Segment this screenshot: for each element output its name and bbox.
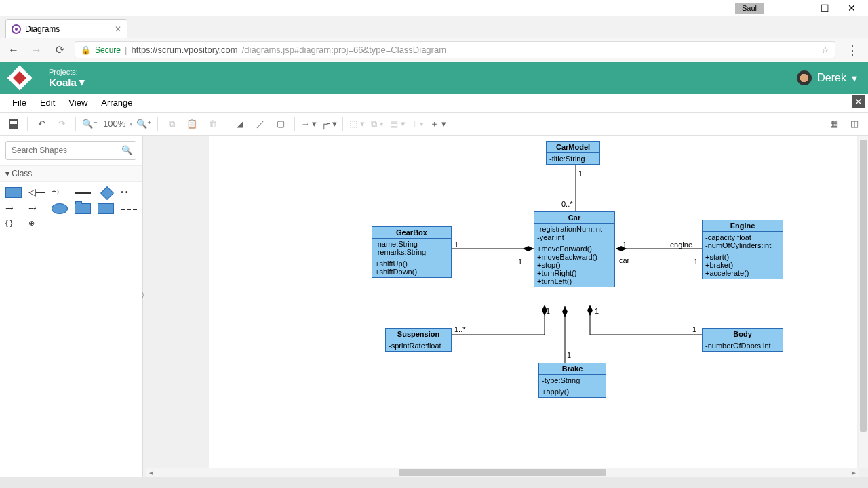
format-panel-button[interactable]: ◫ — [845, 115, 864, 134]
sidebar: 🔍 ▾ Class ◁— ⤳ ⊶ ⤍ ⤏ { } ⊕ — [0, 136, 142, 477]
shape-palette: ◁— ⤳ ⊶ ⤍ ⤏ { } ⊕ — [0, 182, 142, 235]
window-maximize-button[interactable]: ☐ — [811, 1, 838, 16]
line-color-button[interactable]: ／ — [251, 115, 270, 134]
menu-view[interactable]: View — [62, 95, 94, 110]
menu-arrange[interactable]: Arrange — [94, 95, 139, 110]
class-attr: -name:String — [375, 240, 448, 248]
app-logo-icon[interactable] — [7, 66, 33, 91]
class-attr: -type:String — [539, 375, 606, 386]
app-header: Projects: Koala ▾ Derek ▾ — [0, 62, 868, 94]
paste-button[interactable]: 📋 — [182, 115, 201, 134]
scroll-left-arrow[interactable]: ◄ — [146, 469, 156, 476]
class-carmodel[interactable]: CarModel -title:String — [546, 141, 600, 165]
scroll-thumb[interactable] — [860, 140, 867, 432]
nav-forward-button[interactable]: → — [28, 42, 45, 58]
avatar — [797, 70, 812, 85]
shape-constraint[interactable]: { } — [5, 218, 24, 229]
class-name: Car — [534, 212, 614, 224]
zoom-out-button[interactable]: 🔍⁻ — [80, 115, 99, 134]
waypoint-style-button[interactable]: ┌╴▾ — [319, 115, 338, 134]
nav-back-button[interactable]: ← — [5, 42, 22, 58]
scroll-thumb[interactable] — [399, 469, 607, 476]
class-op: +moveForward() — [537, 245, 612, 253]
class-car[interactable]: Car -registrationNum:int -year:int +move… — [534, 211, 615, 287]
shape-nary[interactable] — [52, 203, 68, 214]
shape-association[interactable] — [75, 192, 91, 194]
delete-button[interactable]: 🗑 — [203, 115, 222, 134]
diagram-canvas[interactable]: CarModel -title:String Car -registration… — [209, 136, 857, 468]
menu-file[interactable]: File — [5, 95, 33, 110]
class-suspension[interactable]: Suspension -sprintRate:float — [385, 328, 452, 352]
shadow-button[interactable]: ▢ — [271, 115, 290, 134]
shape-interface[interactable] — [100, 186, 114, 200]
save-button[interactable] — [4, 115, 23, 134]
class-attr: -numOfCylinders:int — [705, 241, 780, 249]
zoom-level[interactable]: 100% — [100, 119, 128, 129]
add-button[interactable]: ＋ ▾ — [429, 115, 448, 134]
project-name: Koala — [49, 77, 77, 88]
os-user-badge: Saul — [735, 3, 764, 14]
horizontal-scrollbar[interactable]: ◄ ► — [146, 468, 859, 477]
close-panel-button[interactable]: ✕ — [852, 95, 865, 108]
class-attr: -numberOfDoors:int — [703, 340, 783, 351]
undo-button[interactable]: ↶ — [32, 115, 51, 134]
outline-panel-button[interactable]: ▦ — [825, 115, 844, 134]
copy-button[interactable]: ⧉ — [162, 115, 181, 134]
chevron-down-icon[interactable]: ▾ — [130, 121, 133, 127]
zoom-in-button[interactable]: 🔍⁺ — [134, 115, 153, 134]
class-engine[interactable]: Engine -capacity:float -numOfCylinders:i… — [702, 220, 783, 279]
browser-tabstrip: Diagrams ✕ — [0, 16, 868, 38]
layer-button[interactable]: ▤ ▾ — [388, 115, 407, 134]
fill-color-button[interactable]: ◢ — [231, 115, 250, 134]
shape-usage[interactable]: ⤳ — [52, 187, 71, 198]
shape-package[interactable] — [75, 203, 91, 214]
window-close-button[interactable]: ✕ — [838, 1, 865, 16]
class-op: +brake() — [705, 261, 780, 269]
shape-generalization[interactable]: ◁— — [28, 187, 47, 198]
shape-class[interactable] — [5, 187, 22, 198]
window-minimize-button[interactable]: — — [784, 1, 811, 16]
class-attr: -title:String — [547, 153, 599, 164]
tab-close-button[interactable]: ✕ — [115, 24, 121, 34]
search-input[interactable] — [5, 141, 136, 160]
tab-title: Diagrams — [25, 24, 60, 34]
class-brake[interactable]: Brake -type:String +apply() — [538, 363, 606, 398]
svg-rect-1 — [10, 121, 17, 124]
shape-dashed[interactable] — [121, 209, 137, 210]
user-menu[interactable]: Derek ▾ — [797, 70, 857, 85]
class-attr: -year:int — [537, 233, 612, 241]
class-gearbox[interactable]: GearBox -name:String -remarks:String +sh… — [372, 226, 452, 278]
shape-dependency[interactable]: ⤍ — [5, 203, 24, 214]
shape-lollipop[interactable]: ⊶ — [121, 187, 140, 198]
class-op: +moveBackward() — [537, 253, 612, 261]
palette-section-header[interactable]: ▾ Class — [0, 165, 142, 182]
app-toolbar: ↶ ↷ 🔍⁻ 100% ▾ 🔍⁺ ⧉ 📋 🗑 ◢ ／ ▢ → ▾ ┌╴▾ ⬚ ▾… — [0, 113, 868, 136]
nav-reload-button[interactable]: ⟳ — [52, 42, 68, 58]
group-button[interactable]: ⧉ ▾ — [368, 115, 387, 134]
browser-menu-button[interactable]: ⋮ — [842, 43, 863, 58]
redo-button[interactable]: ↷ — [52, 115, 71, 134]
canvas-wrap: CarModel -title:String Car -registration… — [146, 136, 868, 477]
shape-component[interactable] — [98, 203, 114, 214]
projects-label: Projects: — [49, 68, 85, 76]
bookmark-star-icon[interactable]: ☆ — [821, 45, 829, 55]
shape-realization[interactable]: ⤏ — [28, 203, 47, 214]
shape-port[interactable]: ⊕ — [28, 218, 47, 229]
role-label: car — [619, 256, 629, 264]
class-op: +turnLeft() — [537, 277, 612, 285]
svg-marker-14 — [587, 305, 593, 316]
align-button[interactable]: ⬚ ▾ — [347, 115, 366, 134]
project-selector[interactable]: Projects: Koala ▾ — [49, 68, 85, 88]
connector-style-button[interactable]: → ▾ — [299, 115, 318, 134]
scroll-right-arrow[interactable]: ► — [849, 469, 859, 476]
browser-tab[interactable]: Diagrams ✕ — [5, 19, 127, 38]
class-op: +turnRight() — [537, 269, 612, 277]
class-op: +shiftUp() — [375, 260, 448, 268]
menu-edit[interactable]: Edit — [33, 95, 62, 110]
url-field[interactable]: 🔒 Secure | https://scrum.vpository.com/d… — [75, 41, 835, 58]
distribute-button[interactable]: ⫴ ▾ — [408, 115, 427, 134]
role-label: engine — [670, 241, 692, 249]
vertical-scrollbar[interactable] — [859, 136, 868, 468]
class-body[interactable]: Body -numberOfDoors:int — [702, 328, 783, 352]
class-name: Engine — [703, 220, 783, 232]
